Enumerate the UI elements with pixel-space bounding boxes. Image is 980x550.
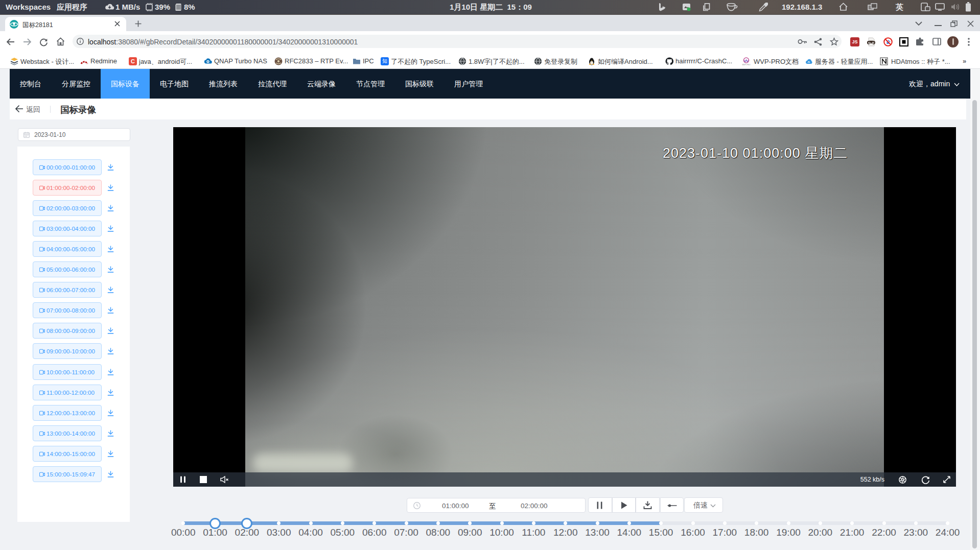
svg-text:WVP-PRO: WVP-PRO xyxy=(742,64,751,66)
